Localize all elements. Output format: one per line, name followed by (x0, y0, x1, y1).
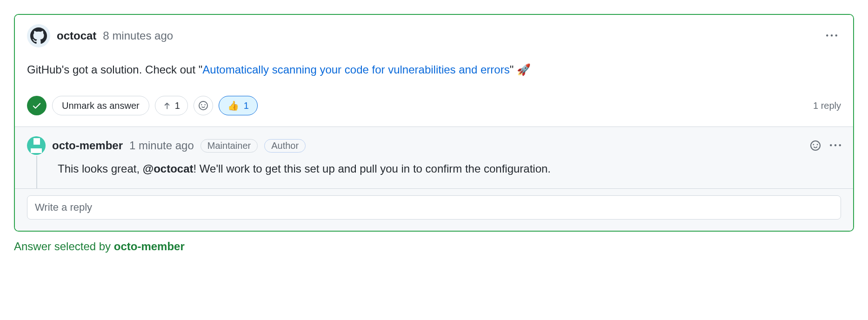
answer-selected-footer: Answer selected by octo-member (14, 240, 854, 253)
replies-section: octo-member 1 minute ago Maintainer Auth… (15, 127, 853, 231)
reply-item: octo-member 1 minute ago Maintainer Auth… (15, 127, 853, 188)
arrow-up-icon (163, 101, 171, 110)
kebab-icon (826, 30, 837, 41)
body-text-prefix: GitHub's got a solution. Check out " (27, 63, 202, 76)
reply-timestamp[interactable]: 1 minute ago (129, 139, 194, 152)
footer-user[interactable]: octo-member (114, 240, 185, 253)
reply-text-prefix: This looks great, (58, 162, 143, 175)
add-reaction-button[interactable] (194, 96, 213, 115)
answer-header: octocat 8 minutes ago (27, 24, 841, 47)
reply-input[interactable] (27, 195, 841, 220)
unmark-label: Unmark as answer (62, 100, 140, 111)
check-icon (32, 100, 42, 111)
thread-line (36, 156, 37, 188)
smiley-icon (199, 101, 208, 110)
rocket-emoji: 🚀 (517, 63, 531, 76)
smiley-icon (810, 140, 821, 151)
thumbs-up-count: 1 (244, 100, 249, 111)
reply-avatar[interactable] (27, 136, 46, 155)
reply-text-suffix: ! We'll work to get this set up and pull… (194, 162, 551, 175)
reply-menu-button[interactable] (830, 140, 841, 151)
reply-count: 1 reply (813, 100, 841, 111)
thumbs-up-reaction[interactable]: 👍 1 (219, 96, 258, 115)
unmark-answer-button[interactable]: Unmark as answer (52, 96, 149, 115)
body-link[interactable]: Automatically scanning your code for vul… (202, 63, 509, 76)
upvote-count: 1 (175, 100, 180, 111)
reply-actions (810, 140, 841, 151)
maintainer-badge: Maintainer (200, 139, 258, 153)
thumbs-up-emoji: 👍 (227, 100, 239, 111)
author-avatar[interactable] (27, 24, 50, 47)
answer-check-badge (27, 96, 47, 115)
footer-prefix: Answer selected by (14, 240, 114, 253)
answer-actions: Unmark as answer 1 👍 1 1 reply (27, 96, 841, 115)
kebab-icon (830, 140, 841, 151)
upvote-button[interactable]: 1 (155, 96, 188, 115)
body-text-suffix: " (510, 63, 517, 76)
answer-card: octocat 8 minutes ago GitHub's got a sol… (14, 14, 854, 232)
author-username[interactable]: octocat (57, 29, 96, 42)
answer-menu-button[interactable] (822, 28, 841, 43)
answer-main: octocat 8 minutes ago GitHub's got a sol… (15, 15, 853, 127)
reply-body: This looks great, @octocat! We'll work t… (58, 160, 841, 177)
reply-username[interactable]: octo-member (52, 139, 123, 152)
octocat-icon (30, 27, 47, 44)
reply-mention[interactable]: @octocat (143, 162, 194, 175)
author-badge: Author (264, 139, 306, 153)
reply-add-reaction-button[interactable] (810, 140, 821, 151)
answer-body: GitHub's got a solution. Check out "Auto… (27, 61, 841, 78)
reply-input-row (15, 188, 853, 231)
reply-header: octo-member 1 minute ago Maintainer Auth… (27, 136, 841, 155)
answer-timestamp[interactable]: 8 minutes ago (103, 29, 173, 42)
